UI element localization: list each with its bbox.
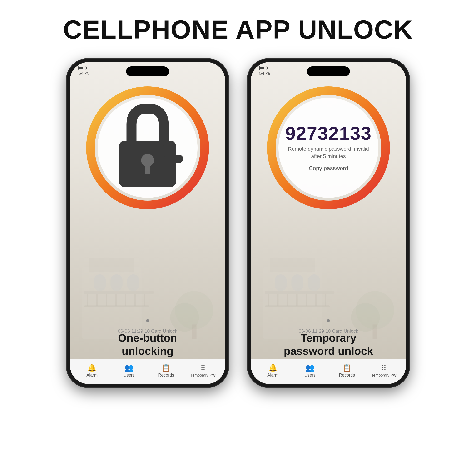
phone2-caption: Temporary password unlock (251, 332, 406, 358)
phone1-circle-inner (98, 98, 198, 198)
phone2-screen: 54 % closed (251, 62, 406, 384)
phone1-nav-temporary[interactable]: ⠿ Temporary PW (185, 364, 222, 377)
phone2-bottom-nav: 🔔 Alarm 👥 Users 📋 Records ⠿ Temporary PW (251, 359, 406, 384)
svg-rect-27 (265, 291, 334, 294)
phone2-circle-inner: 92732133 Remote dynamic password, invali… (278, 98, 378, 198)
phone2-alarm-label: Alarm (267, 373, 278, 378)
phone2-status-left: 54 % (259, 66, 270, 76)
phone1: 54 % closed (67, 59, 228, 387)
phone1-records-label: Records (158, 373, 174, 378)
phone2-copy-label[interactable]: Copy password (309, 165, 348, 171)
phone2-password-note: Remote dynamic password, invalid after 5… (278, 145, 378, 160)
phone1-screen: 54 % closed (70, 62, 225, 384)
svg-rect-10 (125, 294, 126, 306)
phone2-users-label: Users (305, 373, 316, 378)
phone2-dot (327, 319, 330, 322)
svg-rect-28 (268, 294, 269, 306)
svg-rect-2 (94, 274, 106, 291)
phone2-nav-temporary[interactable]: ⠿ Temporary PW (366, 364, 403, 377)
phone2-temporary-label: Temporary PW (371, 373, 396, 377)
phone1-users-label: Users (123, 373, 135, 378)
temporary-icon-2: ⠿ (381, 364, 387, 372)
phone1-lock-icon (98, 98, 198, 198)
svg-rect-34 (325, 294, 326, 306)
phone1-alarm-label: Alarm (86, 373, 98, 378)
svg-rect-20 (145, 164, 151, 174)
phone1-battery-percent: 54 % (78, 71, 89, 76)
phone1-nav-users[interactable]: 👥 Users (111, 363, 148, 378)
phone1-nav-alarm[interactable]: 🔔 Alarm (73, 363, 111, 378)
svg-rect-33 (315, 294, 317, 306)
phone1-caption: One-button unlocking (70, 332, 225, 358)
phone2-password: 92732133 (285, 124, 372, 143)
svg-rect-32 (306, 294, 307, 306)
phone2-dynamic-island (307, 67, 350, 76)
phone1-battery-icon (78, 66, 86, 70)
users-icon: 👥 (125, 363, 134, 372)
phone2-house-bg (251, 243, 406, 339)
phone1-dynamic-island (126, 67, 169, 76)
phone2-wrapper: 54 % closed (248, 59, 409, 387)
phone2-nav-users[interactable]: 👥 Users (291, 363, 329, 378)
svg-rect-31 (296, 294, 298, 306)
svg-rect-5 (84, 291, 153, 294)
svg-rect-9 (116, 294, 117, 306)
phone2-battery-icon (259, 66, 267, 70)
temporary-icon: ⠿ (200, 364, 206, 372)
phones-container: 54 % closed (67, 59, 409, 387)
phone1-wrapper: 54 % closed (67, 59, 228, 387)
svg-rect-3 (111, 274, 122, 291)
alarm-icon-2: 🔔 (269, 363, 277, 372)
svg-rect-24 (275, 274, 287, 291)
svg-rect-26 (308, 274, 320, 291)
phone1-temporary-label: Temporary PW (190, 373, 216, 377)
svg-rect-23 (270, 258, 315, 272)
phone1-status-left: 54 % (78, 66, 89, 76)
phone1-circle-container (86, 86, 209, 210)
svg-rect-21 (164, 155, 184, 163)
phone1-house-bg (70, 243, 225, 339)
svg-rect-6 (87, 294, 88, 306)
svg-rect-11 (135, 294, 136, 306)
phone1-nav-records[interactable]: 📋 Records (148, 363, 185, 378)
phone1-bottom-nav: 🔔 Alarm 👥 Users 📋 Records ⠿ Temporary PW (70, 359, 225, 384)
svg-rect-35 (265, 305, 330, 307)
phone2-records-label: Records (339, 373, 355, 378)
page-title: CELLPHONE APP UNLOCK (63, 14, 413, 45)
svg-rect-13 (84, 305, 149, 307)
svg-rect-8 (106, 294, 107, 306)
phone1-dot (146, 319, 149, 322)
phone2-battery-percent: 54 % (259, 71, 270, 76)
phone2-nav-alarm[interactable]: 🔔 Alarm (255, 363, 291, 378)
phone2: 54 % closed (248, 59, 409, 387)
records-icon: 📋 (162, 363, 170, 372)
svg-rect-4 (127, 274, 139, 291)
phone2-nav-records[interactable]: 📋 Records (328, 363, 366, 378)
phone1-circle-ring (86, 86, 209, 210)
svg-rect-30 (287, 294, 288, 306)
svg-rect-29 (277, 294, 278, 306)
phone2-circle-container: 92732133 Remote dynamic password, invali… (267, 86, 390, 210)
svg-rect-25 (291, 274, 304, 291)
users-icon-2: 👥 (306, 363, 314, 372)
alarm-icon: 🔔 (87, 363, 96, 372)
phone2-circle-ring: 92732133 Remote dynamic password, invali… (267, 86, 390, 210)
svg-rect-7 (96, 294, 98, 306)
records-icon-2: 📋 (342, 363, 351, 372)
svg-rect-1 (89, 258, 135, 272)
svg-rect-12 (144, 294, 145, 306)
